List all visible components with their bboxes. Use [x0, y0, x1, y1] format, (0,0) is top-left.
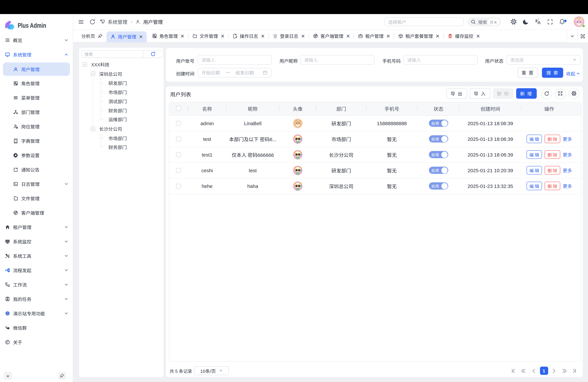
- svg-text:redis: redis: [449, 37, 451, 39]
